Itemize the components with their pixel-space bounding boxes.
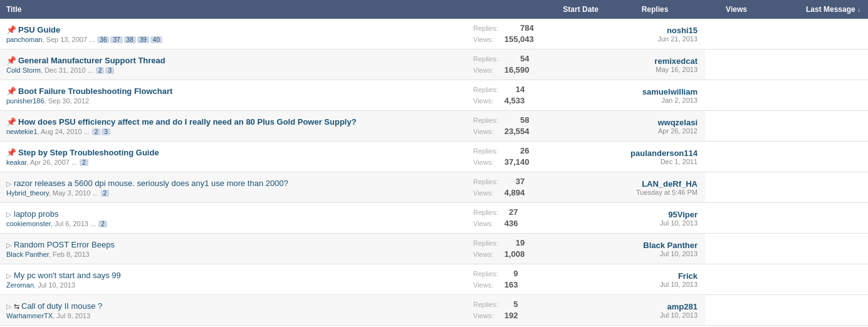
page-badge[interactable]: 2 — [98, 221, 107, 227]
page-badge[interactable]: 2 — [96, 67, 105, 74]
page-badge[interactable]: 37 — [110, 36, 122, 43]
page-badge[interactable]: 39 — [137, 36, 149, 43]
sticky-hot-icon: 📌 — [6, 117, 16, 127]
stats-values: 27436 — [505, 207, 518, 229]
thread-meta: punisher186, Sep 30, 2012 — [6, 97, 461, 105]
author-link[interactable]: cookiemonster — [6, 220, 51, 227]
sticky-icon: 📌 — [6, 86, 16, 96]
page-badge[interactable]: 38 — [124, 36, 136, 43]
page-badge[interactable]: 3 — [102, 128, 110, 135]
thread-title-link[interactable]: How does PSU efficiency affect me and do… — [18, 117, 357, 127]
stats-wrapper: Replies:Views: 374,894 — [473, 176, 599, 199]
thread-title-link[interactable]: Call of duty II mouse ? — [21, 301, 102, 311]
last-message-cell: paulanderson114 Dec 1, 2011 — [605, 142, 705, 172]
page-badge[interactable]: 2 — [92, 128, 101, 135]
sticky-icon: 📌 — [6, 56, 16, 65]
stats-wrapper: Replies:Views: 5192 — [473, 299, 599, 321]
stats-values: 191,008 — [505, 237, 525, 260]
page-badge[interactable]: 40 — [150, 36, 162, 43]
page-badge[interactable]: 2 — [101, 190, 110, 197]
sort-arrow-icon: ↓ — [857, 6, 860, 13]
author-link[interactable]: Zeroman — [6, 281, 34, 289]
table-header: Title Start Date Replies Views Last Mess… — [0, 0, 868, 19]
thread-title-link[interactable]: laptop probs — [14, 209, 59, 219]
last-date: Jul 10, 2013 — [611, 250, 698, 257]
stats-labels: Replies:Views: — [473, 299, 498, 321]
last-user-link[interactable]: Frick — [678, 271, 698, 281]
stats-wrapper: Replies:Views: 2637,140 — [473, 145, 599, 168]
stats-values: 784155,043 — [505, 23, 534, 45]
stats-labels: Replies:Views: — [473, 207, 498, 229]
thread-title-link[interactable]: My pc won't start and says 99 — [14, 271, 121, 280]
last-user-link[interactable]: noshi15 — [667, 26, 698, 35]
last-date: Jul 10, 2013 — [611, 281, 698, 288]
last-user-link[interactable]: 95Viper — [668, 210, 698, 219]
title-cell: 📌How does PSU efficiency affect me and d… — [0, 111, 467, 142]
last-user-link[interactable]: remixedcat — [654, 56, 698, 66]
thread-title-link[interactable]: Step by Step Troubleshooting Guide — [18, 148, 159, 157]
last-date: May 16, 2013 — [611, 66, 698, 73]
author-link[interactable]: panchoman — [6, 36, 43, 43]
stats-values: 144,533 — [505, 84, 525, 106]
thread-meta: Cold Storm, Dec 31, 2010 ... 23 — [6, 66, 461, 74]
arrow-icon: ▷ — [6, 241, 11, 249]
stats-labels: Replies:Views: — [473, 176, 498, 199]
author-link[interactable]: keakar — [6, 158, 26, 166]
stats-values: 2637,140 — [505, 145, 530, 168]
last-message-cell: samuelwilliam Jan 2, 2013 — [605, 80, 705, 111]
redirect-icon: ⇆ — [14, 303, 19, 310]
stats-wrapper: Replies:Views: 5823,554 — [473, 115, 599, 137]
thread-title-link[interactable]: General Manufacturer Support Thread — [18, 56, 165, 65]
last-message-cell: amp281 Jul 10, 2013 — [605, 295, 705, 326]
header-replies: Replies — [605, 0, 705, 19]
last-date: Dec 1, 2011 — [611, 158, 698, 165]
thread-meta: Zeroman, Jul 10, 2013 — [6, 281, 461, 289]
title-cell: ▷Random POST Error Beeps Black Panther, … — [0, 234, 467, 264]
last-date: Jan 2, 2013 — [611, 96, 698, 104]
page-badge[interactable]: 36 — [97, 36, 109, 43]
author-link[interactable]: WarhammerTX — [6, 312, 53, 319]
stats-labels: Replies:Views: — [473, 237, 498, 260]
page-badge[interactable]: 3 — [105, 67, 114, 74]
thread-title-link[interactable]: PSU Guide — [18, 25, 60, 34]
header-start-date: Start Date — [467, 0, 605, 19]
table-row: ▷Random POST Error Beeps Black Panther, … — [0, 234, 868, 264]
table-row: ▷razor releases a 5600 dpi mouse. seriou… — [0, 172, 868, 203]
stats-labels: Replies:Views: — [473, 23, 498, 45]
last-message-cell: remixedcat May 16, 2013 — [605, 49, 705, 80]
last-user-link[interactable]: wwqzelasi — [657, 118, 698, 127]
thread-meta: WarhammerTX, Jul 9, 2013 — [6, 312, 461, 319]
page-badge[interactable]: 2 — [80, 159, 88, 166]
title-cell: ▷⇆Call of duty II mouse ? WarhammerTX, J… — [0, 295, 467, 326]
thread-title-link[interactable]: razor releases a 5600 dpi mouse. serious… — [14, 179, 288, 188]
last-date: Jul 10, 2013 — [611, 311, 698, 319]
header-title: Title — [0, 0, 351, 19]
title-cell: ▷razor releases a 5600 dpi mouse. seriou… — [0, 172, 467, 203]
last-user-link[interactable]: LAN_deRf_HA — [642, 179, 698, 189]
thread-title-link[interactable]: Boot Failure Troubleshooting Flowchart — [18, 86, 172, 96]
last-user-link[interactable]: paulanderson114 — [630, 148, 698, 158]
author-link[interactable]: Hybrid_theory — [6, 189, 49, 197]
last-user-link[interactable]: samuelwilliam — [642, 87, 698, 96]
thread-title-link[interactable]: Random POST Error Beeps — [14, 240, 115, 249]
thread-meta: panchoman, Sep 13, 2007 ... 3637383940 — [6, 36, 461, 43]
last-message-cell: wwqzelasi Apr 26, 2012 — [605, 111, 705, 142]
stats-cell: Replies:Views: 374,894 — [467, 172, 605, 203]
last-message-cell: Black Panther Jul 10, 2013 — [605, 234, 705, 264]
author-link[interactable]: Black Panther — [6, 251, 49, 258]
stats-wrapper: Replies:Views: 191,008 — [473, 237, 599, 260]
stats-cell: Replies:Views: 9163 — [467, 264, 605, 295]
table-row: ▷laptop probs cookiemonster, Jul 6, 2013… — [0, 203, 868, 234]
stats-cell: Replies:Views: 27436 — [467, 203, 605, 234]
stats-wrapper: Replies:Views: 144,533 — [473, 84, 599, 106]
author-link[interactable]: Cold Storm — [6, 66, 41, 74]
arrow-icon: ▷ — [6, 180, 11, 187]
author-link[interactable]: newtekie1 — [6, 128, 38, 135]
title-cell: 📌Step by Step Troubleshooting Guide keak… — [0, 142, 467, 172]
last-user-link[interactable]: Black Panther — [643, 241, 698, 250]
last-user-link[interactable]: amp281 — [667, 302, 698, 311]
author-link[interactable]: punisher186 — [6, 97, 44, 105]
title-cell: ▷laptop probs cookiemonster, Jul 6, 2013… — [0, 203, 467, 234]
stats-cell: Replies:Views: 5416,590 — [467, 49, 605, 80]
table-row: 📌Step by Step Troubleshooting Guide keak… — [0, 142, 868, 172]
